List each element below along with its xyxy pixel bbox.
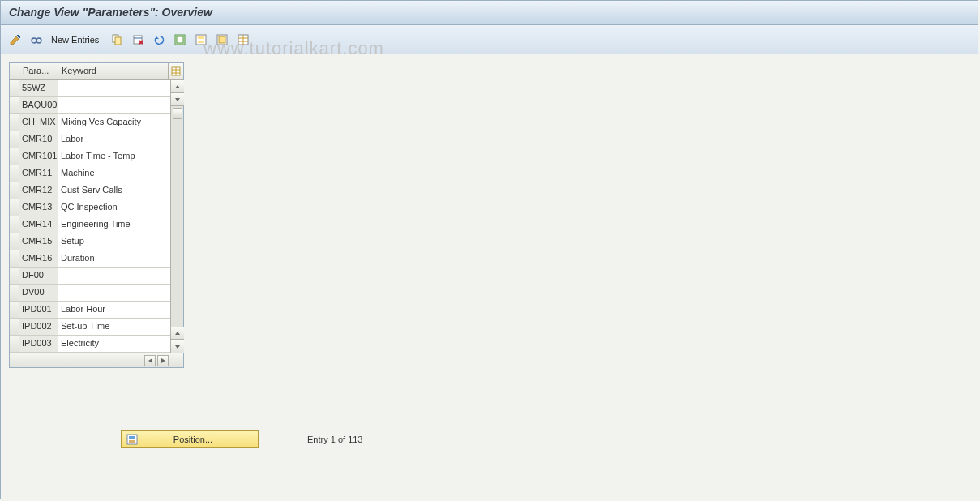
header-select-all[interactable] bbox=[10, 63, 19, 79]
cell-param[interactable]: IPD001 bbox=[19, 302, 58, 318]
table-row[interactable]: CMR13 QC Inspection bbox=[10, 199, 183, 216]
table-row[interactable]: BAQU00 bbox=[10, 97, 183, 114]
cell-keyword[interactable]: Labor bbox=[58, 131, 183, 148]
cell-param[interactable]: CMR13 bbox=[19, 199, 58, 216]
scroll-up-icon[interactable] bbox=[171, 80, 184, 93]
select-block-icon[interactable] bbox=[193, 32, 209, 48]
header-keyword[interactable]: Keyword bbox=[58, 63, 169, 79]
column-config-icon[interactable] bbox=[169, 63, 183, 79]
cell-keyword[interactable]: Engineering Time bbox=[58, 216, 183, 233]
row-selector[interactable] bbox=[10, 148, 19, 165]
position-button[interactable]: Position... bbox=[121, 430, 259, 448]
scroll-down-icon[interactable] bbox=[171, 340, 184, 353]
scroll-up-end-icon[interactable] bbox=[171, 327, 184, 340]
undo-icon[interactable] bbox=[151, 32, 167, 48]
cell-keyword[interactable] bbox=[58, 268, 183, 284]
row-selector[interactable] bbox=[10, 216, 19, 233]
row-selector[interactable] bbox=[10, 268, 19, 284]
svg-rect-14 bbox=[127, 435, 137, 444]
row-selector[interactable] bbox=[10, 302, 19, 318]
cell-keyword[interactable]: Electricity bbox=[58, 336, 183, 352]
svg-rect-16 bbox=[129, 440, 135, 443]
svg-rect-8 bbox=[198, 36, 204, 39]
copy-as-icon[interactable] bbox=[109, 32, 125, 48]
cell-param[interactable]: CMR14 bbox=[19, 216, 58, 233]
cell-keyword[interactable]: Labor Time - Temp bbox=[58, 148, 183, 165]
svg-rect-6 bbox=[177, 36, 183, 43]
row-selector[interactable] bbox=[10, 199, 19, 216]
table-row[interactable]: CMR16 Duration bbox=[10, 250, 183, 268]
cell-param[interactable]: IPD002 bbox=[19, 319, 58, 335]
delete-icon[interactable] bbox=[130, 32, 146, 48]
svg-rect-15 bbox=[129, 436, 135, 439]
scroll-track[interactable] bbox=[171, 106, 183, 327]
header-param[interactable]: Para... bbox=[19, 63, 58, 79]
cell-param[interactable]: BAQU00 bbox=[19, 97, 58, 113]
position-icon bbox=[125, 432, 139, 447]
row-selector[interactable] bbox=[10, 80, 19, 96]
cell-keyword[interactable]: QC Inspection bbox=[58, 199, 183, 216]
glasses-overview-icon[interactable] bbox=[28, 32, 45, 48]
vertical-scrollbar[interactable] bbox=[170, 80, 183, 353]
cell-keyword[interactable] bbox=[58, 97, 183, 113]
table-row[interactable]: CH_MIX Mixing Ves Capacity bbox=[10, 114, 183, 131]
entry-status-text: Entry 1 of 113 bbox=[307, 435, 363, 444]
cell-param[interactable]: DF00 bbox=[19, 268, 58, 284]
cell-param[interactable]: DV00 bbox=[19, 285, 58, 301]
cell-param[interactable]: CMR12 bbox=[19, 182, 58, 199]
cell-keyword[interactable]: Setup bbox=[58, 233, 183, 250]
table-row[interactable]: CMR101 Labor Time - Temp bbox=[10, 148, 183, 165]
table-row[interactable]: IPD003 Electricity bbox=[10, 336, 183, 353]
cell-param[interactable]: CMR101 bbox=[19, 148, 58, 165]
table-row[interactable]: CMR10 Labor bbox=[10, 131, 183, 148]
table-row[interactable]: CMR11 Machine bbox=[10, 165, 183, 182]
cell-keyword[interactable] bbox=[58, 285, 183, 301]
bottom-row: Position... Entry 1 of 113 bbox=[121, 430, 363, 448]
table-row[interactable]: CMR15 Setup bbox=[10, 233, 183, 250]
application-toolbar: New Entries bbox=[1, 25, 978, 54]
row-selector[interactable] bbox=[10, 233, 19, 250]
cell-param[interactable]: CH_MIX bbox=[19, 114, 58, 131]
deselect-all-icon[interactable] bbox=[214, 32, 230, 48]
select-all-icon[interactable] bbox=[172, 32, 188, 48]
cell-keyword[interactable]: Labor Hour bbox=[58, 302, 183, 318]
table-row[interactable]: IPD002 Set-up TIme bbox=[10, 319, 183, 336]
row-selector[interactable] bbox=[10, 250, 19, 267]
new-entries-button[interactable]: New Entries bbox=[49, 35, 104, 45]
table-row[interactable]: CMR14 Engineering Time bbox=[10, 216, 183, 233]
row-selector[interactable] bbox=[10, 131, 19, 148]
cell-param[interactable]: CMR10 bbox=[19, 131, 58, 148]
cell-keyword[interactable] bbox=[58, 80, 183, 96]
cell-param[interactable]: CMR15 bbox=[19, 233, 58, 250]
svg-rect-3 bbox=[115, 37, 121, 45]
change-icon[interactable] bbox=[7, 32, 24, 48]
scroll-down-step-icon[interactable] bbox=[171, 93, 184, 106]
table-row[interactable]: DV00 bbox=[10, 285, 183, 302]
cell-keyword[interactable]: Duration bbox=[58, 250, 183, 267]
row-selector[interactable] bbox=[10, 182, 19, 199]
svg-rect-11 bbox=[219, 36, 225, 43]
table-row[interactable]: DF00 bbox=[10, 268, 183, 285]
row-selector[interactable] bbox=[10, 165, 19, 182]
config-table-icon[interactable] bbox=[235, 32, 251, 48]
table-row[interactable]: IPD001 Labor Hour bbox=[10, 302, 183, 319]
table-row[interactable]: CMR12 Cust Serv Calls bbox=[10, 182, 183, 199]
window-title: Change View "Parameters": Overview bbox=[9, 6, 212, 19]
cell-param[interactable]: CMR11 bbox=[19, 165, 58, 182]
scroll-thumb[interactable] bbox=[173, 108, 182, 119]
table-row[interactable]: 55WZ bbox=[10, 80, 183, 97]
cell-param[interactable]: 55WZ bbox=[19, 80, 58, 96]
cell-param[interactable]: IPD003 bbox=[19, 336, 58, 352]
cell-keyword[interactable]: Set-up TIme bbox=[58, 319, 183, 335]
row-selector[interactable] bbox=[10, 319, 19, 335]
row-selector[interactable] bbox=[10, 97, 19, 113]
scroll-right-icon[interactable] bbox=[157, 355, 169, 366]
cell-param[interactable]: CMR16 bbox=[19, 250, 58, 267]
cell-keyword[interactable]: Cust Serv Calls bbox=[58, 182, 183, 199]
row-selector[interactable] bbox=[10, 285, 19, 301]
cell-keyword[interactable]: Mixing Ves Capacity bbox=[58, 114, 183, 131]
row-selector[interactable] bbox=[10, 114, 19, 131]
cell-keyword[interactable]: Machine bbox=[58, 165, 183, 182]
row-selector[interactable] bbox=[10, 336, 19, 352]
scroll-left-icon[interactable] bbox=[144, 355, 156, 366]
